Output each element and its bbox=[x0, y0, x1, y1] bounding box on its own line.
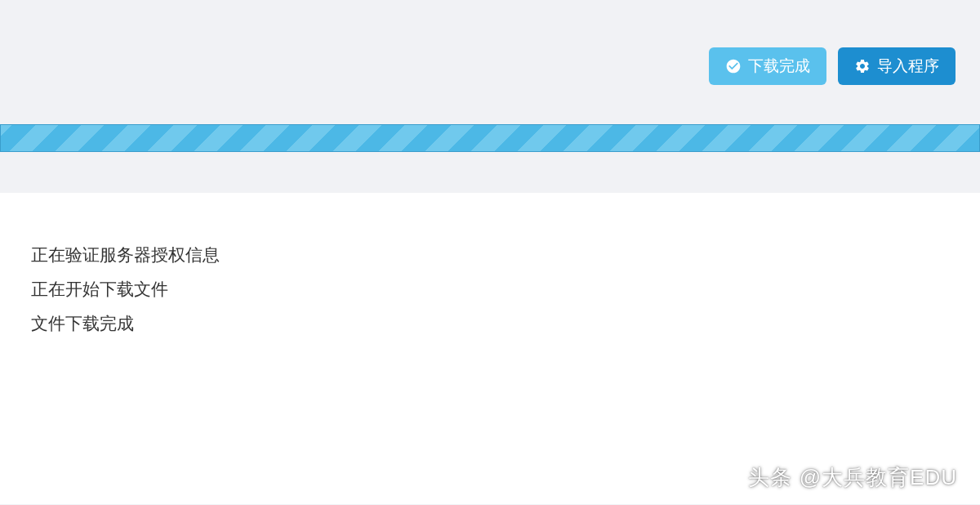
import-program-label: 导入程序 bbox=[877, 56, 939, 77]
check-circle-icon bbox=[725, 58, 742, 74]
log-line: 文件下载完成 bbox=[31, 306, 949, 341]
toolbar: 下载完成 导入程序 bbox=[0, 0, 980, 85]
watermark: 头条 @大兵教育EDU bbox=[748, 463, 957, 492]
progress-bar bbox=[0, 124, 980, 152]
log-line: 正在验证服务器授权信息 bbox=[31, 238, 949, 272]
download-complete-label: 下载完成 bbox=[748, 56, 810, 77]
import-program-button[interactable]: 导入程序 bbox=[838, 47, 956, 85]
gear-icon bbox=[854, 58, 871, 74]
log-line: 正在开始下载文件 bbox=[31, 272, 949, 306]
log-panel: 正在验证服务器授权信息 正在开始下载文件 文件下载完成 bbox=[0, 193, 980, 504]
download-complete-button[interactable]: 下载完成 bbox=[709, 47, 826, 85]
